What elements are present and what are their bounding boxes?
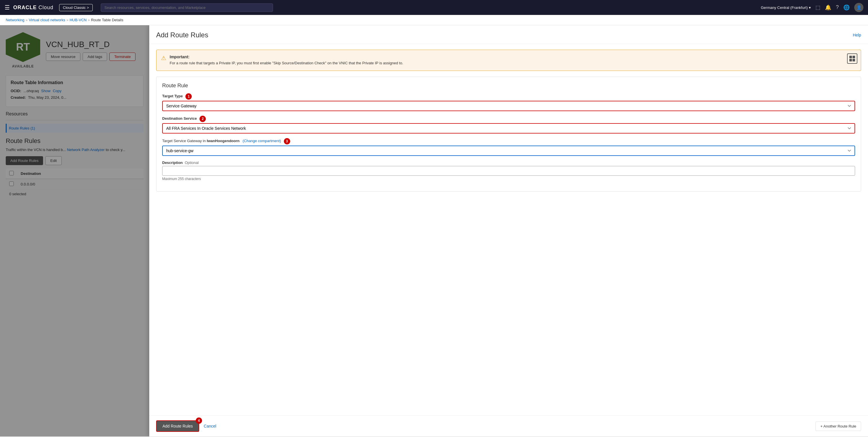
step3-badge: 3 [284,138,290,145]
warning-icon: ⚠ [161,55,166,66]
destination-service-label: Destination Service 2 [162,116,855,122]
add-route-rules-submit-button[interactable]: Add Route Rules [156,420,199,432]
top-navigation: ☰ ORACLE Cloud Cloud Classic > Germany C… [0,0,868,15]
add-route-rules-dialog: Add Route Rules Help ⚠ Important: For a … [149,25,868,436]
target-gateway-group: Target Service Gateway in IwanHoogendoor… [162,138,855,156]
breadcrumb-current: Route Table Details [91,18,123,22]
help-grid-icon[interactable] [847,54,857,64]
globe-icon[interactable]: 🌐 [843,4,849,11]
region-selector[interactable]: Germany Central (Frankfurt) ▾ [761,5,811,10]
dialog-body: ⚠ Important: For a route rule that targe… [149,44,868,415]
description-input[interactable] [162,166,855,176]
target-type-select[interactable]: Service Gateway [163,101,855,111]
route-rule-card: Route Rule Target Type 1 Service Gateway [156,77,861,191]
another-route-rule-button[interactable]: + Another Route Rule [815,422,861,431]
user-avatar[interactable]: 👤 [854,3,863,12]
target-type-select-wrapper: Service Gateway [162,101,855,111]
step1-badge: 1 [185,93,192,100]
step4-badge: 4 [196,417,202,424]
target-gateway-label: Target Service Gateway in IwanHoogendoor… [162,138,855,145]
target-type-group: Target Type 1 Service Gateway [162,93,855,111]
destination-service-group: Destination Service 2 All FRA Services I… [162,116,855,133]
dialog-title: Add Route Rules [156,31,208,39]
help-icon[interactable]: ? [836,4,839,11]
cloud-classic-button[interactable]: Cloud Classic > [59,4,93,11]
breadcrumb: Networking » Virtual cloud networks » HU… [0,15,868,25]
main-layout: RT AVAILABLE VCN_HUB_RT_D Move resource … [0,25,868,436]
nav-right: Germany Central (Frankfurt) ▾ ⬚ 🔔 ? 🌐 👤 [761,3,863,12]
dialog-footer: Add Route Rules 4 Cancel + Another Route… [149,415,868,436]
description-label: Description Optional [162,160,855,165]
destination-service-select[interactable]: All FRA Services In Oracle Services Netw… [163,124,855,133]
important-banner: ⚠ Important: For a route rule that targe… [156,50,861,71]
target-compartment-name: IwanHoogendoorn [207,139,239,143]
target-gateway-select[interactable]: hub-service-gw [163,146,855,155]
search-input[interactable] [101,3,273,12]
dialog-help-link[interactable]: Help [853,33,861,37]
important-text: For a route rule that targets a Private … [169,60,403,66]
destination-service-select-wrapper: All FRA Services In Oracle Services Netw… [162,123,855,133]
breadcrumb-networking[interactable]: Networking [6,18,24,22]
important-title: Important: [169,55,403,59]
important-content: Important: For a route rule that targets… [169,55,403,66]
hamburger-menu[interactable]: ☰ [5,4,10,11]
target-gateway-select-wrapper: hub-service-gw [162,146,855,156]
breadcrumb-hub-vcn[interactable]: HUB-VCN [69,18,86,22]
change-compartment-link[interactable]: (Change compartment) [243,139,281,143]
route-rule-card-title: Route Rule [162,83,855,89]
description-optional: Optional [185,160,198,165]
oracle-logo: ORACLE Cloud [13,5,53,11]
dialog-header: Add Route Rules Help [149,25,868,44]
description-hint: Maximum 255 characters [162,177,855,181]
nav-icons: ⬚ 🔔 ? 🌐 [815,4,849,11]
target-type-label: Target Type 1 [162,93,855,100]
cancel-button[interactable]: Cancel [204,424,216,428]
description-group: Description Optional Maximum 255 charact… [162,160,855,181]
step2-badge: 2 [199,116,206,122]
console-icon[interactable]: ⬚ [815,4,820,11]
breadcrumb-vcn-list[interactable]: Virtual cloud networks [29,18,65,22]
bell-icon[interactable]: 🔔 [825,4,831,11]
